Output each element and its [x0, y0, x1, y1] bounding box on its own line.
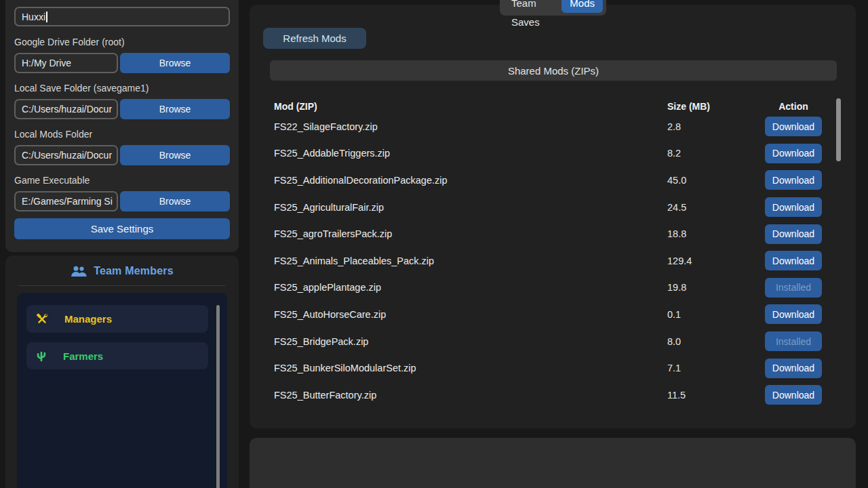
mod-name-cell: FS25_applePlantage.zip — [274, 282, 667, 293]
browse-local-mods-button[interactable]: Browse — [120, 145, 230, 165]
mod-name-cell: FS25_AdditionalDecorationPackage.zip — [274, 175, 667, 186]
mod-name-cell: FS25_agroTrailersPack.zip — [274, 228, 667, 239]
download-button[interactable]: Download — [765, 251, 822, 270]
mods-panel: Refresh Mods Shared Mods (ZIPs) Mod (ZIP… — [250, 5, 856, 428]
settings-panel: Huxxi Google Drive Folder (root) H:/My D… — [5, 0, 239, 252]
download-button[interactable]: Download — [765, 144, 822, 163]
table-row: FS25_applePlantage.zip 19.8 Installed — [274, 274, 822, 302]
team-list-scrollbar[interactable] — [216, 305, 220, 488]
game-executable-label: Game Executable — [14, 174, 230, 186]
table-row: FS25_Animals_Placeables_Pack.zip 129.4 D… — [274, 247, 822, 274]
refresh-mods-button[interactable]: Refresh Mods — [263, 28, 366, 49]
download-button[interactable]: Download — [765, 359, 822, 378]
column-header-mod: Mod (ZIP) — [274, 101, 667, 112]
mod-name-cell: FS25_BridgePack.zip — [274, 336, 667, 347]
download-button[interactable]: Download — [765, 197, 822, 217]
mod-name-cell: FS25_ButterFactory.zip — [274, 390, 667, 401]
tab-mods[interactable]: Mods — [561, 0, 603, 13]
mod-name-cell: FS25_AutoHorseCare.zip — [274, 309, 667, 320]
google-drive-folder-input[interactable]: H:/My Drive — [14, 53, 118, 73]
mods-table: Mod (ZIP) Size (MB) Action FS22_SilageFa… — [274, 100, 822, 409]
browse-game-executable-button[interactable]: Browse — [120, 191, 230, 211]
mod-size-cell: 19.8 — [667, 282, 765, 293]
download-button[interactable]: Download — [765, 224, 822, 244]
team-members-panel: Team Members Managers — [5, 256, 239, 488]
mod-size-cell: 11.5 — [667, 390, 765, 401]
local-save-folder-input[interactable]: C:/Users/huzai/Docur — [14, 99, 118, 119]
tools-icon — [36, 313, 48, 325]
download-button[interactable]: Download — [765, 304, 822, 324]
mod-name-cell: FS25_BunkerSiloModularSet.zip — [274, 363, 667, 373]
table-row: FS25_ButterFactory.zip 11.5 Download — [274, 382, 822, 409]
installed-button[interactable]: Installed — [765, 278, 822, 298]
divider — [19, 285, 225, 286]
mod-size-cell: 18.8 — [667, 228, 765, 239]
mod-size-cell: 2.8 — [667, 121, 765, 132]
local-mods-folder-label: Local Mods Folder — [14, 128, 230, 140]
installed-button[interactable]: Installed — [765, 331, 822, 351]
people-icon — [71, 266, 87, 277]
table-row: FS25_BunkerSiloModularSet.zip 7.1 Downlo… — [274, 354, 822, 382]
shared-mods-section-title: Shared Mods (ZIPs) — [270, 60, 837, 81]
mod-name-cell: FS25_AgriculturalFair.zip — [274, 202, 667, 213]
team-members-title: Team Members — [94, 265, 174, 277]
text-caret — [46, 12, 47, 22]
secondary-panel — [250, 438, 856, 488]
username-value: Huxxi — [22, 12, 45, 22]
local-save-folder-label: Local Save Folder (savegame1) — [14, 82, 230, 94]
local-mods-folder-input[interactable]: C:/Users/huzai/Docur — [14, 145, 118, 165]
table-row: FS25_AddableTriggers.zip 8.2 Download — [274, 140, 822, 167]
team-group-managers[interactable]: Managers — [26, 305, 208, 333]
team-group-label: Managers — [64, 313, 112, 325]
mod-size-cell: 129.4 — [667, 256, 765, 266]
table-row: FS25_AgriculturalFair.zip 24.5 Download — [274, 194, 822, 221]
download-button[interactable]: Download — [765, 170, 822, 190]
download-button[interactable]: Download — [765, 385, 822, 405]
mod-name-cell: FS25_AddableTriggers.zip — [274, 148, 667, 159]
tab-team-saves[interactable]: Team Saves — [503, 0, 561, 13]
username-input[interactable]: Huxxi — [14, 7, 230, 26]
tab-bar: Team Saves Mods — [500, 0, 606, 16]
team-members-header: Team Members — [5, 263, 239, 279]
download-button[interactable]: Download — [765, 117, 822, 136]
browse-local-save-button[interactable]: Browse — [120, 99, 230, 119]
column-header-size: Size (MB) — [667, 101, 765, 112]
game-executable-input[interactable]: E:/Games/Farming Si — [14, 191, 118, 211]
mods-table-scrollbar[interactable] — [836, 98, 841, 161]
mod-size-cell: 8.0 — [667, 336, 765, 347]
mods-table-header: Mod (ZIP) Size (MB) Action — [274, 100, 822, 113]
mod-size-cell: 8.2 — [667, 148, 765, 159]
table-row: FS22_SilageFactory.zip 2.8 Download — [274, 113, 822, 140]
plant-icon — [36, 350, 47, 362]
browse-google-drive-button[interactable]: Browse — [120, 53, 230, 73]
column-header-action: Action — [765, 101, 822, 112]
table-row: FS25_AdditionalDecorationPackage.zip 45.… — [274, 167, 822, 194]
team-list-panel: Managers Farmers — [17, 293, 227, 488]
team-group-label: Farmers — [63, 350, 103, 362]
table-row: FS25_agroTrailersPack.zip 18.8 Download — [274, 220, 822, 247]
mod-name-cell: FS22_SilageFactory.zip — [274, 121, 667, 132]
mod-name-cell: FS25_Animals_Placeables_Pack.zip — [274, 256, 667, 266]
save-settings-button[interactable]: Save Settings — [14, 218, 230, 239]
mod-size-cell: 45.0 — [667, 175, 765, 186]
mod-size-cell: 24.5 — [667, 202, 765, 213]
table-row: FS25_AutoHorseCare.zip 0.1 Download — [274, 301, 822, 328]
team-group-farmers[interactable]: Farmers — [26, 342, 208, 369]
table-row: FS25_BridgePack.zip 8.0 Installed — [274, 328, 822, 355]
google-drive-folder-label: Google Drive Folder (root) — [14, 36, 230, 48]
mod-size-cell: 7.1 — [667, 363, 765, 373]
mod-size-cell: 0.1 — [667, 309, 765, 320]
